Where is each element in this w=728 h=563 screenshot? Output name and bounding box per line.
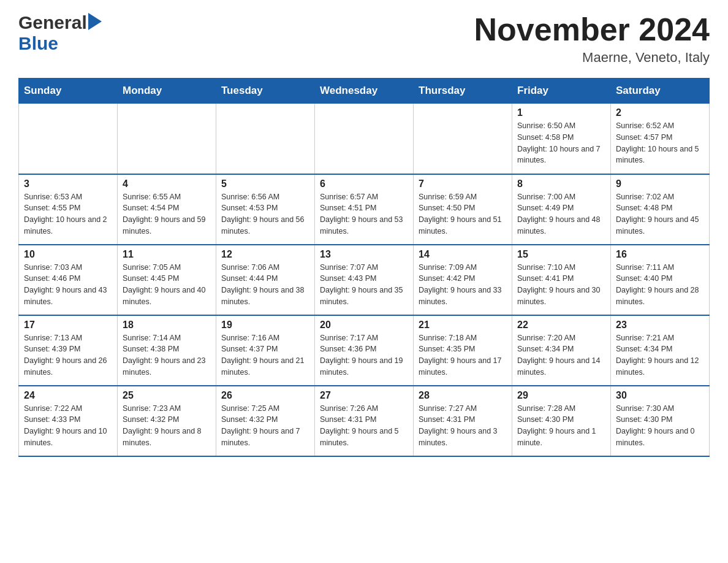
- day-number: 28: [419, 390, 507, 401]
- day-info: Sunrise: 7:10 AM Sunset: 4:41 PM Dayligh…: [517, 262, 605, 308]
- calendar-cell: 25Sunrise: 7:23 AM Sunset: 4:32 PM Dayli…: [118, 386, 216, 456]
- day-number: 15: [517, 249, 605, 260]
- calendar-week-row: 3Sunrise: 6:53 AM Sunset: 4:55 PM Daylig…: [19, 174, 710, 245]
- day-info: Sunrise: 7:06 AM Sunset: 4:44 PM Dayligh…: [221, 262, 309, 308]
- calendar-cell: 10Sunrise: 7:03 AM Sunset: 4:46 PM Dayli…: [19, 245, 118, 315]
- day-number: 29: [517, 390, 605, 401]
- day-number: 8: [517, 178, 605, 190]
- page-header: General Blue November 2024 Maerne, Venet…: [18, 12, 710, 66]
- calendar-cell: 21Sunrise: 7:18 AM Sunset: 4:35 PM Dayli…: [414, 315, 512, 386]
- day-info: Sunrise: 6:56 AM Sunset: 4:53 PM Dayligh…: [221, 191, 309, 237]
- day-info: Sunrise: 7:28 AM Sunset: 4:30 PM Dayligh…: [517, 403, 605, 449]
- day-number: 30: [616, 390, 704, 401]
- svg-marker-0: [88, 13, 102, 30]
- calendar-cell: 28Sunrise: 7:27 AM Sunset: 4:31 PM Dayli…: [414, 386, 512, 456]
- logo-arrow-icon: [88, 13, 102, 30]
- day-info: Sunrise: 6:59 AM Sunset: 4:50 PM Dayligh…: [419, 191, 507, 237]
- day-info: Sunrise: 7:25 AM Sunset: 4:32 PM Dayligh…: [221, 403, 309, 449]
- header-monday: Monday: [118, 79, 216, 104]
- day-number: 11: [123, 249, 211, 260]
- day-info: Sunrise: 6:53 AM Sunset: 4:55 PM Dayligh…: [24, 191, 112, 237]
- logo: General Blue: [18, 12, 102, 54]
- calendar-week-row: 1Sunrise: 6:50 AM Sunset: 4:58 PM Daylig…: [19, 104, 710, 174]
- day-number: 6: [320, 178, 408, 190]
- day-info: Sunrise: 6:57 AM Sunset: 4:51 PM Dayligh…: [320, 191, 408, 237]
- day-info: Sunrise: 7:21 AM Sunset: 4:34 PM Dayligh…: [616, 332, 704, 378]
- day-number: 18: [123, 320, 211, 331]
- calendar-cell: 17Sunrise: 7:13 AM Sunset: 4:39 PM Dayli…: [19, 315, 118, 386]
- day-number: 26: [221, 390, 309, 401]
- day-number: 25: [123, 390, 211, 401]
- day-info: Sunrise: 6:52 AM Sunset: 4:57 PM Dayligh…: [616, 120, 704, 166]
- calendar-cell: 4Sunrise: 6:55 AM Sunset: 4:54 PM Daylig…: [118, 174, 216, 245]
- day-number: 23: [616, 320, 704, 331]
- calendar-table: Sunday Monday Tuesday Wednesday Thursday…: [18, 78, 710, 457]
- calendar-cell: [315, 104, 414, 174]
- day-info: Sunrise: 7:02 AM Sunset: 4:48 PM Dayligh…: [616, 191, 704, 237]
- day-info: Sunrise: 7:13 AM Sunset: 4:39 PM Dayligh…: [24, 332, 112, 378]
- day-info: Sunrise: 7:18 AM Sunset: 4:35 PM Dayligh…: [419, 332, 507, 378]
- day-number: 14: [419, 249, 507, 260]
- day-number: 1: [517, 107, 605, 118]
- day-info: Sunrise: 7:22 AM Sunset: 4:33 PM Dayligh…: [24, 403, 112, 449]
- calendar-cell: 14Sunrise: 7:09 AM Sunset: 4:42 PM Dayli…: [414, 245, 512, 315]
- day-number: 24: [24, 390, 112, 401]
- calendar-cell: 1Sunrise: 6:50 AM Sunset: 4:58 PM Daylig…: [512, 104, 611, 174]
- calendar-cell: 26Sunrise: 7:25 AM Sunset: 4:32 PM Dayli…: [216, 386, 315, 456]
- calendar-cell: [19, 104, 118, 174]
- calendar-cell: 20Sunrise: 7:17 AM Sunset: 4:36 PM Dayli…: [315, 315, 414, 386]
- day-info: Sunrise: 7:16 AM Sunset: 4:37 PM Dayligh…: [221, 332, 309, 378]
- header-friday: Friday: [512, 79, 611, 104]
- title-section: November 2024 Maerne, Veneto, Italy: [474, 12, 710, 66]
- day-number: 27: [320, 390, 408, 401]
- day-number: 22: [517, 320, 605, 331]
- day-number: 4: [123, 178, 211, 190]
- calendar-cell: 8Sunrise: 7:00 AM Sunset: 4:49 PM Daylig…: [512, 174, 611, 245]
- day-info: Sunrise: 7:30 AM Sunset: 4:30 PM Dayligh…: [616, 403, 704, 449]
- calendar-week-row: 24Sunrise: 7:22 AM Sunset: 4:33 PM Dayli…: [19, 386, 710, 456]
- day-number: 2: [616, 107, 704, 118]
- day-info: Sunrise: 7:05 AM Sunset: 4:45 PM Dayligh…: [123, 262, 211, 308]
- calendar-cell: 19Sunrise: 7:16 AM Sunset: 4:37 PM Dayli…: [216, 315, 315, 386]
- day-info: Sunrise: 7:14 AM Sunset: 4:38 PM Dayligh…: [123, 332, 211, 378]
- calendar-week-row: 17Sunrise: 7:13 AM Sunset: 4:39 PM Dayli…: [19, 315, 710, 386]
- day-info: Sunrise: 7:03 AM Sunset: 4:46 PM Dayligh…: [24, 262, 112, 308]
- calendar-cell: 2Sunrise: 6:52 AM Sunset: 4:57 PM Daylig…: [611, 104, 710, 174]
- day-number: 7: [419, 178, 507, 190]
- day-number: 9: [616, 178, 704, 190]
- day-info: Sunrise: 7:11 AM Sunset: 4:40 PM Dayligh…: [616, 262, 704, 308]
- day-number: 19: [221, 320, 309, 331]
- day-number: 21: [419, 320, 507, 331]
- day-number: 5: [221, 178, 309, 190]
- day-info: Sunrise: 7:07 AM Sunset: 4:43 PM Dayligh…: [320, 262, 408, 308]
- header-saturday: Saturday: [611, 79, 710, 104]
- calendar-cell: 23Sunrise: 7:21 AM Sunset: 4:34 PM Dayli…: [611, 315, 710, 386]
- day-info: Sunrise: 7:20 AM Sunset: 4:34 PM Dayligh…: [517, 332, 605, 378]
- day-number: 16: [616, 249, 704, 260]
- calendar-cell: 27Sunrise: 7:26 AM Sunset: 4:31 PM Dayli…: [315, 386, 414, 456]
- day-info: Sunrise: 7:09 AM Sunset: 4:42 PM Dayligh…: [419, 262, 507, 308]
- header-thursday: Thursday: [414, 79, 512, 104]
- calendar-cell: 15Sunrise: 7:10 AM Sunset: 4:41 PM Dayli…: [512, 245, 611, 315]
- calendar-cell: 13Sunrise: 7:07 AM Sunset: 4:43 PM Dayli…: [315, 245, 414, 315]
- day-number: 17: [24, 320, 112, 331]
- day-number: 20: [320, 320, 408, 331]
- day-info: Sunrise: 7:23 AM Sunset: 4:32 PM Dayligh…: [123, 403, 211, 449]
- calendar-cell: 11Sunrise: 7:05 AM Sunset: 4:45 PM Dayli…: [118, 245, 216, 315]
- day-number: 12: [221, 249, 309, 260]
- calendar-cell: [216, 104, 315, 174]
- calendar-cell: [414, 104, 512, 174]
- calendar-cell: 12Sunrise: 7:06 AM Sunset: 4:44 PM Dayli…: [216, 245, 315, 315]
- logo-blue-text: Blue: [18, 33, 58, 54]
- calendar-cell: 29Sunrise: 7:28 AM Sunset: 4:30 PM Dayli…: [512, 386, 611, 456]
- calendar-cell: 16Sunrise: 7:11 AM Sunset: 4:40 PM Dayli…: [611, 245, 710, 315]
- day-number: 10: [24, 249, 112, 260]
- logo-general-text: General: [18, 12, 87, 33]
- header-wednesday: Wednesday: [315, 79, 414, 104]
- calendar-cell: 5Sunrise: 6:56 AM Sunset: 4:53 PM Daylig…: [216, 174, 315, 245]
- calendar-cell: [118, 104, 216, 174]
- location-text: Maerne, Veneto, Italy: [474, 50, 710, 66]
- month-title: November 2024: [474, 12, 710, 47]
- header-tuesday: Tuesday: [216, 79, 315, 104]
- day-number: 3: [24, 178, 112, 190]
